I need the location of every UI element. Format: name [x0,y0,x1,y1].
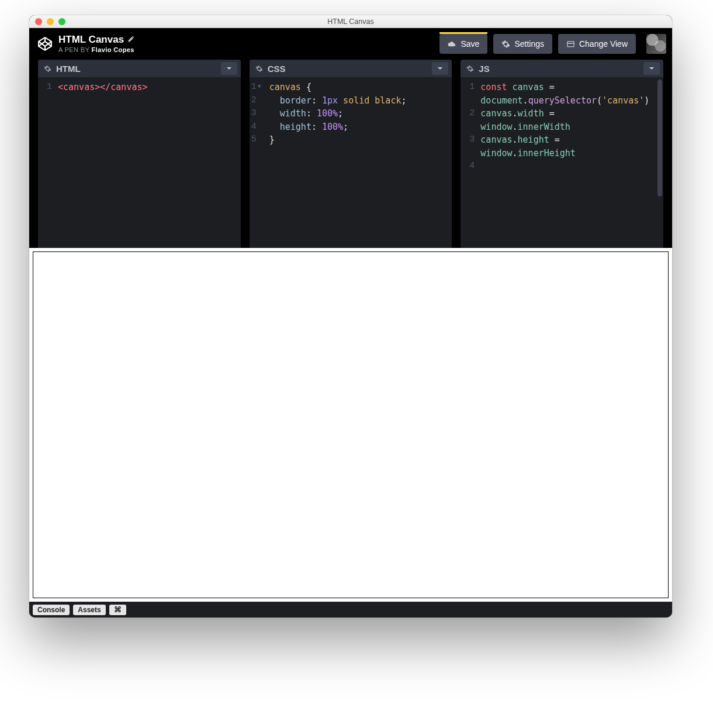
window-title: HTML Canvas [29,18,672,26]
header-buttons: Save Settings Change View [439,34,666,54]
pen-title[interactable]: HTML Canvas [58,34,124,46]
user-avatar[interactable] [646,34,666,54]
css-panel-header: CSS [250,60,452,77]
js-panel-settings-icon[interactable] [466,65,474,73]
css-panel: CSS 1▾2 3 4 5 canvas { border: 1px solid… [250,60,461,248]
html-panel-label: HTML [56,64,81,74]
pen-meta: HTML Canvas A PEN BY Flavio Copes [58,34,135,53]
change-view-button[interactable]: Change View [558,34,636,54]
author-link[interactable]: Flavio Copes [92,46,134,53]
js-scrollbar[interactable] [657,80,662,246]
js-scrollbar-thumb[interactable] [657,80,662,196]
cloud-icon [448,40,456,49]
js-panel-header: JS [461,60,663,77]
js-panel: JS 1 2 3 4const canvas = document.queryS… [461,60,672,248]
shortcuts-button[interactable]: ⌘ [109,605,126,615]
settings-label: Settings [514,39,544,49]
subtitle-prefix: A PEN BY [58,46,89,53]
html-panel-header: HTML [38,60,241,77]
pen-subtitle: A PEN BY Flavio Copes [58,46,135,53]
console-button[interactable]: Console [33,605,70,615]
gear-icon [501,40,510,49]
assets-button[interactable]: Assets [73,605,105,615]
html-panel-menu[interactable] [221,62,237,75]
change-view-label: Change View [579,39,628,49]
layout-icon [566,40,575,49]
footer-bar: Console Assets ⌘ [29,602,672,617]
edit-title-icon[interactable] [127,34,135,46]
css-editor[interactable]: 1▾2 3 4 5 canvas { border: 1px solid bla… [250,77,452,248]
css-panel-settings-icon[interactable] [255,65,263,73]
html-panel: HTML 1<canvas></canvas> [29,60,250,248]
preview-pane [29,248,672,602]
html-panel-settings-icon[interactable] [44,65,51,73]
css-panel-menu[interactable] [432,62,448,75]
preview-canvas[interactable] [33,251,669,598]
editor-row: HTML 1<canvas></canvas> CSS 1▾2 [29,60,672,248]
settings-button[interactable]: Settings [493,34,552,54]
html-editor[interactable]: 1<canvas></canvas> [38,77,241,248]
save-button[interactable]: Save [439,34,487,54]
js-panel-label: JS [479,64,489,74]
mac-titlebar: HTML Canvas [29,15,672,28]
app-header: HTML Canvas A PEN BY Flavio Copes Save [29,28,672,60]
js-editor[interactable]: 1 2 3 4const canvas = document.querySele… [461,77,663,248]
pen-title-row: HTML Canvas [58,34,135,46]
save-label: Save [461,39,479,49]
app-window: HTML Canvas HTML Canvas A PEN BY Flavio … [29,15,672,617]
js-panel-menu[interactable] [643,62,660,75]
svg-rect-0 [567,42,574,47]
css-panel-label: CSS [268,64,286,74]
codepen-logo-icon[interactable] [37,36,53,51]
